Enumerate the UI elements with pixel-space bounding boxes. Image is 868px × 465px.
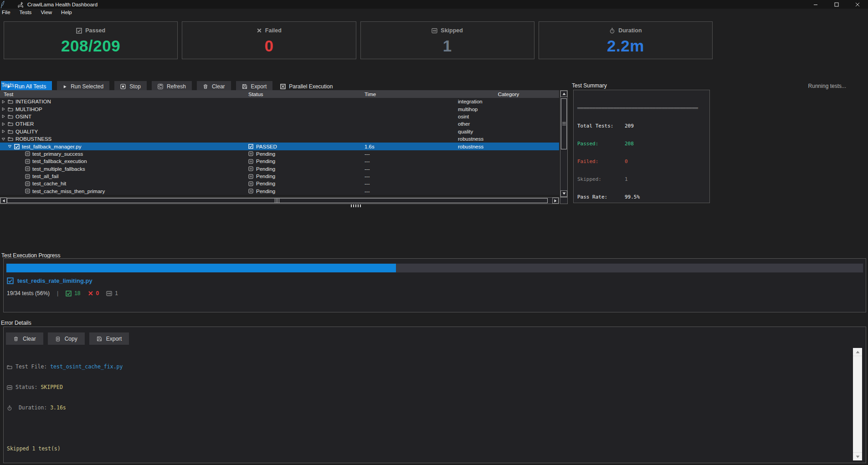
test-name: MULTIHOP xyxy=(15,107,42,112)
table-horizontal-scrollbar[interactable] xyxy=(0,197,559,204)
test-name: OSINT xyxy=(15,114,31,119)
pause-icon xyxy=(25,189,30,194)
summary-value-passrate: 99.5% xyxy=(625,194,640,200)
chevron-down-icon[interactable] xyxy=(8,144,12,148)
trash-icon xyxy=(13,336,19,342)
test-file-label: Test File: xyxy=(15,363,50,370)
table-row-test[interactable]: test_multiple_fallbacks Pending --- xyxy=(0,165,559,173)
passed-card-label: Passed xyxy=(85,27,105,34)
summary-panel-title: Test Summary xyxy=(572,82,607,89)
test-name: test_cache_hit xyxy=(32,181,66,186)
table-row-multihop[interactable]: MULTIHOP multihop xyxy=(0,105,559,112)
failed-count: 0 xyxy=(96,290,99,296)
minimize-button[interactable] xyxy=(805,0,826,9)
chevron-right-icon[interactable] xyxy=(1,122,5,126)
splitter-grip[interactable] xyxy=(351,204,362,207)
table-row-test[interactable]: test_all_fail Pending --- xyxy=(0,173,559,180)
skip-icon xyxy=(106,291,112,296)
failed-card: Failed 0 xyxy=(182,21,356,59)
scroll-left-button[interactable] xyxy=(0,198,7,204)
tests-panel-title: Tests xyxy=(1,82,14,88)
chevron-right-icon[interactable] xyxy=(1,100,5,104)
error-vertical-scrollbar[interactable] xyxy=(853,348,862,460)
duration-card-label: Duration xyxy=(618,27,642,34)
save-icon xyxy=(242,84,247,89)
pause-icon xyxy=(248,174,253,179)
skipped-card-label: Skipped xyxy=(441,27,463,34)
table-row-robustness[interactable]: ROBUSTNESS robustness xyxy=(0,135,559,143)
folder-icon xyxy=(7,365,12,369)
column-header-test[interactable]: Test xyxy=(0,92,248,97)
refresh-icon xyxy=(158,84,163,89)
pause-icon xyxy=(248,181,253,186)
run-statistics: 19/34 tests (56%) | 18 0 1 xyxy=(7,290,118,296)
passed-card-value: 208/209 xyxy=(61,37,120,55)
scroll-down-button[interactable] xyxy=(560,190,567,197)
error-panel: Clear Copy Export Test File: test_osint_… xyxy=(3,327,866,463)
running-status-text: Running tests... xyxy=(808,83,846,89)
chevron-right-icon[interactable] xyxy=(1,107,5,111)
menu-file[interactable]: File xyxy=(0,10,15,15)
maximize-button[interactable] xyxy=(826,0,847,9)
skipped-count: 1 xyxy=(115,290,118,296)
vertical-scrollbar-thumb[interactable] xyxy=(561,98,567,149)
table-row-test[interactable]: test_cache_miss_then_primary Pending --- xyxy=(0,188,559,195)
duration-value: 3.16s xyxy=(50,404,66,411)
time-cell: --- xyxy=(365,151,458,157)
checked-checkbox-icon[interactable] xyxy=(14,144,20,149)
table-row-selected-file[interactable]: test_fallback_manager.py PASSED 1.6s rob… xyxy=(0,143,559,150)
folder-icon xyxy=(8,129,13,134)
error-copy-button[interactable]: Copy xyxy=(48,332,85,345)
test-name: ROBUSTNESS xyxy=(15,136,51,142)
category-cell: robustness xyxy=(458,136,559,142)
folder-icon xyxy=(8,99,13,104)
table-row-quality[interactable]: QUALITY quality xyxy=(0,128,559,135)
close-button[interactable] xyxy=(847,0,868,9)
vertical-scrollbar-thumb[interactable] xyxy=(853,356,862,453)
menu-view[interactable]: View xyxy=(36,10,56,15)
table-row-osint[interactable]: OSINT osint xyxy=(0,113,559,120)
scroll-up-button[interactable] xyxy=(853,348,862,356)
table-vertical-scrollbar[interactable] xyxy=(560,90,568,197)
table-row-integration[interactable]: INTEGRATION integration xyxy=(0,98,559,105)
scroll-down-button[interactable] xyxy=(853,453,862,460)
summary-ruler: ════════════════════════════════════════ xyxy=(577,105,709,111)
parallel-execution-checkbox[interactable]: Parallel Execution xyxy=(280,83,333,90)
error-clear-button[interactable]: Clear xyxy=(6,332,43,345)
horizontal-scrollbar-thumb[interactable] xyxy=(7,198,548,203)
error-export-button[interactable]: Export xyxy=(89,332,129,345)
summary-label-passed: Passed: xyxy=(577,141,625,147)
pause-icon xyxy=(25,181,30,186)
test-name: test_all_fail xyxy=(32,174,59,179)
passed-check-icon xyxy=(248,144,253,149)
scroll-up-button[interactable] xyxy=(560,91,567,97)
progress-panel: test_redis_rate_limiting.py 19/34 tests … xyxy=(3,258,866,312)
scrollbar-corner xyxy=(560,197,568,204)
table-row-test[interactable]: test_cache_hit Pending --- xyxy=(0,180,559,187)
status-text: Pending xyxy=(256,166,275,172)
skip-icon xyxy=(7,385,12,390)
failed-x-icon xyxy=(88,291,93,296)
pause-icon xyxy=(248,189,253,194)
table-row-test[interactable]: test_primary_success Pending --- xyxy=(0,150,559,158)
status-value: SKIPPED xyxy=(41,384,62,391)
table-row-other[interactable]: OTHER other xyxy=(0,120,559,128)
chevron-right-icon[interactable] xyxy=(1,129,5,133)
time-cell: 1.6s xyxy=(365,144,458,149)
failed-x-icon xyxy=(257,28,262,33)
column-header-time[interactable]: Time xyxy=(365,92,458,97)
column-header-category[interactable]: Category xyxy=(458,92,559,97)
app-window: CrawlLama Health Dashboard File Tests Vi… xyxy=(0,0,868,465)
table-row-test[interactable]: test_fallback_execution Pending --- xyxy=(0,158,559,165)
menu-help[interactable]: Help xyxy=(56,10,77,15)
scroll-right-button[interactable] xyxy=(552,198,559,204)
status-label: Status: xyxy=(15,384,41,391)
skip-icon xyxy=(431,28,437,34)
menu-tests[interactable]: Tests xyxy=(15,10,36,15)
chevron-right-icon[interactable] xyxy=(1,114,5,118)
summary-value-skipped: 1 xyxy=(625,176,628,182)
summary-label-total: Total Tests: xyxy=(577,123,625,129)
category-cell: other xyxy=(458,121,559,127)
column-header-status[interactable]: Status xyxy=(248,92,365,97)
chevron-down-icon[interactable] xyxy=(1,137,5,141)
